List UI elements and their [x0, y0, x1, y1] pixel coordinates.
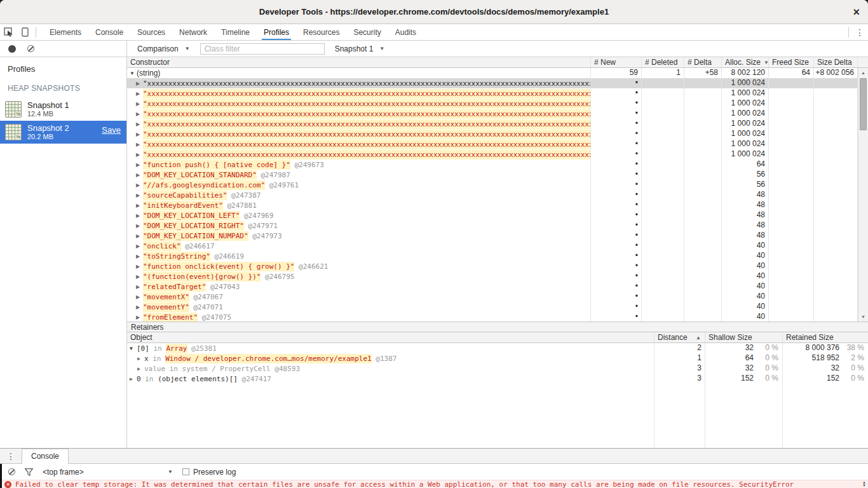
- tab-console[interactable]: Console: [88, 24, 130, 40]
- collapse-icon[interactable]: ▶: [136, 231, 143, 241]
- collapse-icon[interactable]: ▶: [136, 262, 143, 271]
- retainer-row[interactable]: ▶value in system / PropertyCell @4859333…: [127, 363, 868, 374]
- table-row[interactable]: ▶"DOM_KEY_LOCATION_LEFT" @247969•48: [127, 210, 868, 220]
- table-row[interactable]: ▼(string)591+588 002 12064+8 002 056: [127, 68, 868, 78]
- collapse-icon[interactable]: ▶: [130, 374, 137, 384]
- column-header-freed[interactable]: Freed Size: [769, 57, 814, 67]
- collapse-icon[interactable]: ▶: [136, 79, 143, 88]
- table-row[interactable]: ▶"xxxxxxxxxxxxxxxxxxxxxxxxxxxxxxxxxxxxxx…: [127, 88, 868, 98]
- collapse-icon[interactable]: ▶: [136, 201, 143, 210]
- column-header-size_delta[interactable]: Size Delta: [814, 57, 858, 67]
- table-row[interactable]: ▶"DOM_KEY_LOCATION_RIGHT" @247971•48: [127, 220, 868, 231]
- overflow-menu-icon[interactable]: ⋮: [851, 24, 868, 40]
- table-row[interactable]: ▶"function push() { [native code] }" @24…: [127, 159, 868, 170]
- collapse-icon[interactable]: ▶: [137, 354, 144, 363]
- device-toolbar-icon[interactable]: [17, 24, 33, 40]
- collapse-icon[interactable]: ▶: [137, 364, 144, 374]
- table-row[interactable]: ▶"xxxxxxxxxxxxxxxxxxxxxxxxxxxxxxxxxxxxxx…: [127, 119, 868, 129]
- clear-console-icon[interactable]: [8, 468, 15, 475]
- collapse-icon[interactable]: ▶: [136, 160, 143, 170]
- table-row[interactable]: ▶"xxxxxxxxxxxxxxxxxxxxxxxxxxxxxxxxxxxxxx…: [127, 78, 868, 88]
- table-row[interactable]: ▶"xxxxxxxxxxxxxxxxxxxxxxxxxxxxxxxxxxxxxx…: [127, 139, 868, 149]
- table-row[interactable]: ▶"(function(event){grow() })" @246795•40: [127, 271, 868, 281]
- table-row[interactable]: ▶"onclick" @246617•40: [127, 241, 868, 251]
- collapse-icon[interactable]: ▶: [136, 109, 143, 119]
- scroll-down-icon[interactable]: ▼: [862, 484, 866, 487]
- table-row[interactable]: ▶"xxxxxxxxxxxxxxxxxxxxxxxxxxxxxxxxxxxxxx…: [127, 149, 868, 159]
- clear-icon[interactable]: [27, 45, 34, 52]
- drawer-menu-icon[interactable]: ⋮: [0, 451, 22, 461]
- table-row[interactable]: ▶"xxxxxxxxxxxxxxxxxxxxxxxxxxxxxxxxxxxxxx…: [127, 98, 868, 109]
- expand-icon[interactable]: ▼: [130, 344, 137, 353]
- column-header-deleted[interactable]: # Deleted: [642, 57, 684, 67]
- tab-resources[interactable]: Resources: [296, 24, 346, 40]
- collapse-icon[interactable]: ▶: [136, 292, 143, 302]
- table-row[interactable]: ▶"DOM_KEY_LOCATION_STANDARD" @247987•56: [127, 170, 868, 180]
- retainers-header-distance[interactable]: Distance▲: [654, 332, 705, 342]
- column-header-alloc[interactable]: Alloc. Size▼: [722, 57, 769, 67]
- collapse-icon[interactable]: ▶: [136, 272, 143, 281]
- column-header-new[interactable]: # New: [591, 57, 642, 67]
- collapse-icon[interactable]: ▶: [136, 119, 143, 129]
- retainer-row[interactable]: ▶x in Window / developer.chrome.com…mos/…: [127, 353, 868, 363]
- tab-elements[interactable]: Elements: [43, 24, 88, 40]
- collapse-icon[interactable]: ▶: [136, 302, 143, 312]
- collapse-icon[interactable]: ▶: [136, 191, 143, 200]
- inspect-element-icon[interactable]: [0, 24, 17, 40]
- retainers-header-shallow[interactable]: Shallow Size: [705, 332, 783, 342]
- scroll-up-icon[interactable]: ▲: [858, 71, 868, 75]
- table-row[interactable]: ▶"//afs.googlesyndication.com" @249761•5…: [127, 180, 868, 190]
- tab-security[interactable]: Security: [346, 24, 388, 40]
- collapse-icon[interactable]: ▶: [136, 89, 143, 98]
- collapse-icon[interactable]: ▶: [136, 252, 143, 261]
- column-header-constructor[interactable]: Constructor: [127, 57, 591, 67]
- collapse-icon[interactable]: ▶: [136, 150, 143, 159]
- error-scrollbar[interactable]: ▲ ▼: [861, 480, 866, 488]
- collapse-icon[interactable]: ▶: [136, 313, 143, 322]
- frame-select[interactable]: <top frame> ▼: [43, 468, 173, 477]
- filter-icon[interactable]: [25, 468, 33, 476]
- comparison-dropdown[interactable]: Comparison ▼: [133, 44, 194, 53]
- tab-timeline[interactable]: Timeline: [214, 24, 257, 40]
- snapshot-item[interactable]: %Snapshot 220.2 MBSave: [0, 121, 126, 144]
- collapse-icon[interactable]: ▶: [136, 170, 143, 180]
- column-header-delta[interactable]: # Delta: [684, 57, 722, 67]
- retainers-header-object[interactable]: Object: [127, 332, 654, 342]
- table-row[interactable]: ▶"relatedTarget" @247043•40: [127, 281, 868, 292]
- tab-network[interactable]: Network: [172, 24, 214, 40]
- close-icon[interactable]: ×: [853, 5, 860, 18]
- table-row[interactable]: ▶"DOM_KEY_LOCATION_NUMPAD" @247973•48: [127, 231, 868, 241]
- tab-console[interactable]: Console: [22, 449, 69, 464]
- table-row[interactable]: ▶"xxxxxxxxxxxxxxxxxxxxxxxxxxxxxxxxxxxxxx…: [127, 129, 868, 139]
- snapshot-base-dropdown[interactable]: Snapshot 1 ▼: [331, 44, 389, 53]
- table-row[interactable]: ▶"initKeyboardEvent" @247881•48: [127, 200, 868, 210]
- retainer-row[interactable]: ▶0 in (object elements)[] @24741731520 %…: [127, 374, 868, 384]
- class-filter-input[interactable]: [200, 43, 325, 55]
- retainer-row[interactable]: ▼[0] in Array @253812320 %8 000 37638 %: [127, 343, 868, 353]
- table-row[interactable]: ▶"xxxxxxxxxxxxxxxxxxxxxxxxxxxxxxxxxxxxxx…: [127, 109, 868, 119]
- tab-profiles[interactable]: Profiles: [257, 24, 296, 40]
- vertical-scrollbar[interactable]: ▲ ▼: [858, 68, 868, 322]
- collapse-icon[interactable]: ▶: [136, 140, 143, 149]
- table-row[interactable]: ▶"function onclick(event) { grow() }" @2…: [127, 261, 868, 271]
- collapse-icon[interactable]: ▶: [136, 241, 143, 251]
- table-row[interactable]: ▶"movementY" @247071•40: [127, 302, 868, 312]
- table-row[interactable]: ▶"toStringString" @246619•40: [127, 251, 868, 261]
- tab-audits[interactable]: Audits: [388, 24, 423, 40]
- table-row[interactable]: ▶"fromElement" @247075•40: [127, 312, 868, 322]
- retainers-header-retained[interactable]: Retained Size: [783, 332, 868, 342]
- expand-icon[interactable]: ▼: [130, 69, 137, 78]
- record-icon[interactable]: [8, 45, 16, 53]
- collapse-icon[interactable]: ▶: [136, 221, 143, 231]
- scroll-down-icon[interactable]: ▼: [858, 315, 868, 319]
- table-row[interactable]: ▶"movementX" @247067•40: [127, 292, 868, 302]
- collapse-icon[interactable]: ▶: [136, 180, 143, 190]
- collapse-icon[interactable]: ▶: [136, 211, 143, 220]
- save-link[interactable]: Save: [102, 125, 121, 135]
- tab-sources[interactable]: Sources: [130, 24, 172, 40]
- collapse-icon[interactable]: ▶: [136, 130, 143, 139]
- collapse-icon[interactable]: ▶: [136, 99, 143, 109]
- table-row[interactable]: ▶"sourceCapabilities" @247387•48: [127, 190, 868, 200]
- scrollbar-thumb[interactable]: [860, 78, 867, 130]
- snapshot-item[interactable]: %Snapshot 112.4 MB: [0, 98, 126, 121]
